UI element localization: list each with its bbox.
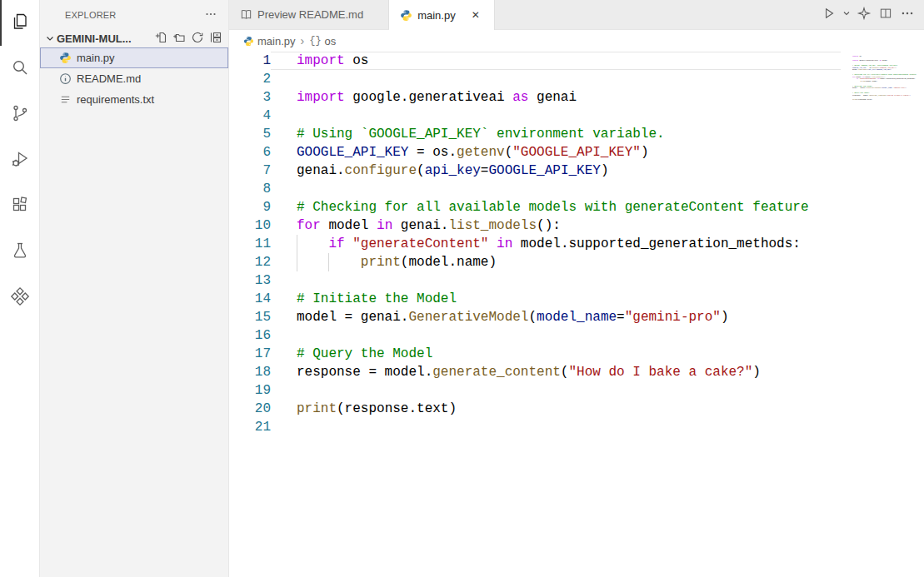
code-line-row: 6GOOGLE_API_KEY = os.getenv("GOOGLE_API_…: [229, 143, 924, 162]
file-label: README.md: [77, 72, 141, 85]
activity-testing[interactable]: [0, 229, 39, 275]
code-line-row: 12 print(model.name): [229, 253, 924, 271]
explorer-sidebar: EXPLORER GEMINI-MUL... main.pyREADME.mdr…: [40, 0, 229, 577]
code-line[interactable]: [271, 70, 924, 88]
explorer-more-button[interactable]: [202, 6, 220, 24]
code-line[interactable]: # Checking for all available models with…: [271, 198, 924, 216]
new-file-button[interactable]: [152, 29, 170, 47]
activity-source-control[interactable]: [0, 92, 39, 137]
line-number: 11: [229, 235, 271, 253]
code-line[interactable]: [271, 326, 924, 345]
breadcrumb-symbol[interactable]: os: [325, 35, 337, 47]
run-icon: [822, 6, 837, 23]
file-list: main.pyREADME.mdrequirements.txt: [40, 47, 228, 110]
code-line-row: 17# Query the Model: [229, 345, 924, 363]
code-line[interactable]: print(response.text): [271, 400, 924, 418]
text-file-icon: [58, 93, 72, 107]
activity-extensions[interactable]: [0, 183, 39, 229]
line-number: 12: [229, 253, 271, 271]
line-number: 14: [229, 290, 271, 308]
code-line[interactable]: model = genai.GenerativeModel(model_name…: [271, 308, 924, 326]
minimap[interactable]: import osimport google.generativeai as g…: [852, 55, 919, 113]
python-icon: [399, 8, 412, 22]
code-line-row: 14# Initiate the Model: [229, 290, 924, 308]
code-line-row: 15model = genai.GenerativeModel(model_na…: [229, 308, 924, 326]
tab-label: Preview README.md: [257, 8, 363, 21]
file-label: requirements.txt: [77, 93, 154, 106]
line-number: 15: [229, 308, 271, 326]
code-line[interactable]: import google.generativeai as genai: [271, 88, 924, 107]
run-dropdown-button[interactable]: [841, 5, 852, 25]
code-line[interactable]: # Query the Model: [271, 345, 924, 363]
code-line[interactable]: genai.configure(api_key=GOOGLE_API_KEY): [271, 162, 924, 180]
file-row-requirements-txt[interactable]: requirements.txt: [40, 89, 228, 110]
code-line-row: 18response = model.generate_content("How…: [229, 363, 924, 381]
python-icon: [58, 52, 72, 65]
code-line-row: 1import os: [229, 52, 924, 70]
refresh-button[interactable]: [188, 29, 207, 47]
editor-actions: [819, 0, 924, 29]
code-line[interactable]: if "generateContent" in model.supported_…: [271, 235, 924, 253]
new-file-icon: [154, 31, 167, 47]
line-number: 8: [229, 180, 271, 198]
code-line[interactable]: # Initiate the Model: [271, 290, 924, 308]
code-line[interactable]: for model in genai.list_models():: [271, 216, 924, 235]
code-line[interactable]: GOOGLE_API_KEY = os.getenv("GOOGLE_API_K…: [271, 143, 924, 162]
activity-extension-blocks[interactable]: [0, 275, 39, 321]
tab-main-py[interactable]: main.py ✕: [389, 0, 495, 30]
sparkle-icon: [857, 6, 872, 23]
line-number: 18: [229, 363, 271, 381]
line-number: 20: [229, 400, 271, 418]
chevron-down-icon: [43, 32, 57, 45]
activity-search[interactable]: [0, 46, 39, 92]
code-line[interactable]: # Using `GOOGLE_API_KEY` environment var…: [271, 125, 924, 143]
file-row-readme-md[interactable]: README.md: [40, 68, 228, 89]
activity-run-debug[interactable]: [0, 137, 39, 183]
code-line-row: 7genai.configure(api_key=GOOGLE_API_KEY): [229, 162, 924, 180]
breadcrumb: main.py › {} os: [229, 30, 924, 52]
line-number: 3: [229, 88, 271, 107]
editor-group: Preview README.md main.py ✕ main.py › {}…: [229, 0, 924, 577]
line-number: 1: [229, 52, 271, 70]
code-editor[interactable]: 1import os23import google.generativeai a…: [229, 52, 924, 577]
collapse-all-button[interactable]: [207, 29, 225, 47]
activity-bar: [0, 0, 40, 577]
split-editor-button[interactable]: [876, 5, 896, 25]
sparkle-button[interactable]: [854, 5, 874, 25]
code-line[interactable]: [271, 107, 924, 125]
code-line-row: 10for model in genai.list_models():: [229, 216, 924, 235]
info-icon: [58, 72, 72, 86]
indent-guide: [297, 235, 297, 253]
close-icon[interactable]: ✕: [467, 7, 484, 23]
code-line[interactable]: response = model.generate_content("How d…: [271, 363, 924, 381]
namespace-symbol-icon: {}: [309, 35, 321, 47]
code-line[interactable]: [271, 418, 924, 436]
run-button[interactable]: [819, 5, 839, 25]
file-label: main.py: [77, 52, 115, 64]
new-folder-button[interactable]: [170, 29, 188, 47]
code-line[interactable]: [271, 180, 924, 198]
activity-explorer[interactable]: [0, 0, 39, 46]
folder-header[interactable]: GEMINI-MUL...: [40, 29, 228, 47]
tab-preview-readme[interactable]: Preview README.md: [229, 0, 389, 29]
code-line[interactable]: import os: [271, 52, 841, 70]
line-number: 13: [229, 271, 271, 290]
source-control-icon: [10, 103, 30, 126]
breadcrumb-file[interactable]: main.py: [257, 35, 296, 47]
line-number: 7: [229, 162, 271, 180]
file-row-main-py[interactable]: main.py: [40, 47, 228, 68]
line-number: 9: [229, 198, 271, 216]
line-number: 2: [229, 70, 271, 88]
more-actions-button[interactable]: [897, 5, 917, 25]
minimap-content: import osimport google.generativeai as g…: [852, 55, 919, 103]
breadcrumb-separator: ›: [301, 34, 305, 47]
run-debug-icon: [10, 149, 30, 172]
code-line[interactable]: print(model.name): [271, 253, 924, 271]
code-line[interactable]: [271, 271, 924, 290]
line-number: 21: [229, 418, 271, 436]
beaker-icon: [10, 241, 30, 263]
code-line[interactable]: [271, 381, 924, 400]
folder-name: GEMINI-MUL...: [57, 32, 132, 45]
code-line-row: 2: [229, 70, 924, 88]
sidebar-title: EXPLORER: [65, 10, 117, 20]
